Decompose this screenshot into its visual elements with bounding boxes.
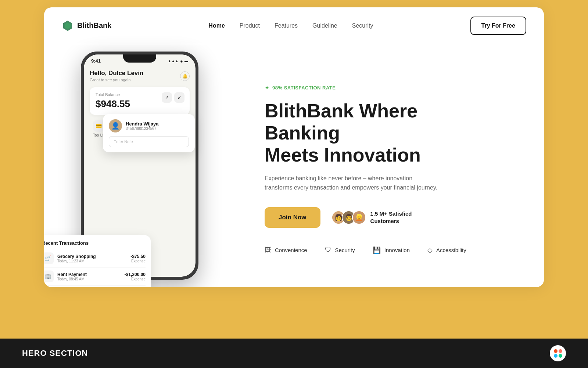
feature-accessibility-label: Accessibility — [436, 247, 466, 253]
logo-text: BlithBank — [77, 21, 111, 30]
innovation-icon: 💾 — [373, 246, 381, 254]
popup-avatar: 👤 — [109, 119, 122, 132]
logo-icon — [62, 20, 74, 32]
transaction-name: Rent Payment — [57, 272, 121, 277]
convenience-icon: 🖼 — [265, 246, 271, 254]
phone-sub-greeting: Great to see you again — [90, 78, 190, 82]
bottom-bar: HERO SECTION — [0, 339, 588, 368]
phone-notch — [123, 54, 156, 63]
transactions-title: Recent Transactions — [44, 240, 146, 246]
feature-convenience-label: Convenience — [275, 247, 307, 253]
feature-security: 🛡 Security — [325, 246, 355, 254]
popup-user-name: Hendra Wijaya — [126, 121, 158, 127]
satisfaction-text: 98% SATISFACTION RATE — [272, 85, 336, 91]
receive-button[interactable]: ↙ — [174, 92, 184, 103]
nav-home[interactable]: Home — [208, 22, 225, 29]
transaction-type: Expense — [125, 277, 146, 281]
balance-action-buttons: ↗ ↙ — [162, 92, 184, 103]
bottom-label: HERO SECTION — [22, 348, 88, 358]
feature-accessibility: ◇ Accessibility — [427, 246, 466, 254]
security-shield-icon: 🛡 — [325, 246, 331, 254]
transaction-amount: -$1,200.00 — [125, 272, 146, 277]
transaction-date: Today, 11:23 AM — [57, 259, 127, 263]
nav-product[interactable]: Product — [240, 22, 260, 29]
transactions-panel: Recent Transactions 🛒 Grocery Shopping T… — [44, 235, 151, 287]
join-now-button[interactable]: Join Now — [265, 207, 320, 228]
battery-icon: ▬ — [184, 59, 188, 63]
rent-icon: 🏢 — [44, 270, 54, 282]
figma-dot-3 — [554, 354, 557, 358]
hero-section: 9:41 ▲▲▲ ◈ ▬ 🔔 Hello, Dulce Levin Great … — [44, 44, 544, 287]
hero-actions: Join Now 👩 👨 👱 1.5 M+ SatisfiedCustomers — [265, 207, 522, 228]
figma-logo — [550, 345, 566, 361]
signal-icon: ▲▲▲ — [168, 59, 179, 63]
feature-security-label: Security — [335, 247, 355, 253]
transaction-info: Grocery Shopping Today, 11:23 AM — [57, 254, 127, 263]
outer-background: BlithBank Home Product Features Guidelin… — [0, 0, 588, 368]
feature-innovation-label: Innovation — [384, 247, 410, 253]
hero-right: ✦ 98% SATISFACTION RATE BlithBank Where … — [250, 44, 544, 287]
popup-account-number: 345678901234567 — [126, 127, 158, 131]
phone-notification-icon: 🔔 — [180, 71, 190, 81]
figma-dots — [554, 349, 562, 358]
transaction-info: Rent Payment Today, 08:45 AM — [57, 272, 121, 281]
popup-user-details: Hendra Wijaya 345678901234567 — [126, 121, 158, 131]
satisfaction-star-icon: ✦ — [265, 84, 269, 91]
logo[interactable]: BlithBank — [62, 20, 111, 32]
nav-guideline[interactable]: Guideline — [312, 22, 337, 29]
wifi-icon: ◈ — [180, 59, 183, 63]
navbar: BlithBank Home Product Features Guidelin… — [44, 7, 544, 44]
transaction-amounts: -$1,200.00 Expense — [125, 272, 146, 281]
grocery-icon: 🛒 — [44, 252, 54, 264]
hero-description: Experience banking like never before – w… — [265, 174, 441, 192]
hero-title-line2: Meets Innovation — [265, 144, 421, 166]
transaction-name: Grocery Shopping — [57, 254, 127, 259]
avatar: 👱 — [352, 210, 366, 224]
phone-greeting: Hello, Dulce Levin — [90, 70, 190, 77]
nav-security[interactable]: Security — [352, 22, 373, 29]
figma-dot-2 — [559, 349, 562, 353]
transaction-type: Expense — [130, 259, 146, 263]
customers-count-text: 1.5 M+ SatisfiedCustomers — [370, 210, 412, 224]
hero-title-line1: BlithBank Where Banking — [265, 100, 417, 144]
satisfaction-badge: ✦ 98% SATISFACTION RATE — [265, 84, 522, 91]
balance-card: Total Balance $948.55 ↗ ↙ — [90, 87, 190, 115]
feature-convenience: 🖼 Convenience — [265, 246, 307, 254]
transaction-date: Today, 08:45 AM — [57, 277, 121, 281]
popup-user-info: 👤 Hendra Wijaya 345678901234567 — [109, 119, 189, 132]
transaction-amount: -$75.50 — [130, 254, 146, 259]
phone-time: 9:41 — [91, 58, 101, 64]
hero-left: 9:41 ▲▲▲ ◈ ▬ 🔔 Hello, Dulce Levin Great … — [44, 44, 250, 287]
transfer-popup: 👤 Hendra Wijaya 345678901234567 Enter No… — [103, 114, 195, 152]
transaction-amounts: -$75.50 Expense — [130, 254, 146, 263]
try-for-free-button[interactable]: Try For Free — [470, 17, 526, 35]
features-row: 🖼 Convenience 🛡 Security 💾 Innovation ◇ … — [265, 246, 522, 254]
table-row: 🏢 Rent Payment Today, 08:45 AM -$1,200.0… — [44, 268, 146, 286]
table-row: 🛒 Grocery Shopping Today, 11:23 AM -$75.… — [44, 250, 146, 268]
hero-title: BlithBank Where Banking Meets Innovation — [265, 100, 478, 166]
figma-dot-1 — [554, 349, 557, 353]
phone-status-icons: ▲▲▲ ◈ ▬ — [168, 59, 188, 63]
feature-innovation: 💾 Innovation — [373, 246, 410, 254]
avatars-stack: 👩 👨 👱 — [331, 210, 366, 224]
popup-note-field[interactable]: Enter Note — [109, 136, 189, 147]
nav-features[interactable]: Features — [275, 22, 298, 29]
nav-links: Home Product Features Guideline Security — [208, 22, 373, 29]
accessibility-icon: ◇ — [427, 246, 433, 254]
customers-group: 👩 👨 👱 1.5 M+ SatisfiedCustomers — [331, 210, 412, 224]
send-button[interactable]: ↗ — [162, 92, 172, 103]
figma-dot-4 — [559, 354, 562, 358]
main-card: BlithBank Home Product Features Guidelin… — [44, 7, 544, 287]
